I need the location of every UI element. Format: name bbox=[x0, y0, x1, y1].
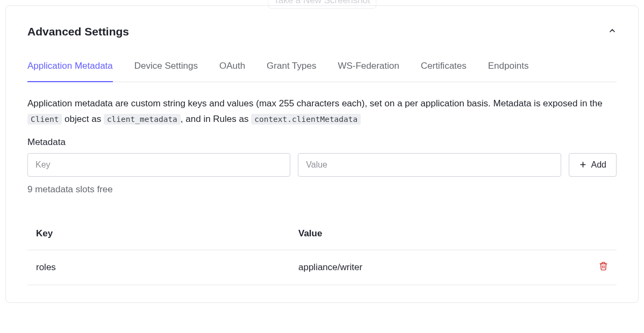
desc-code-context: context.clientMetadata bbox=[251, 114, 361, 125]
tab-oauth[interactable]: OAuth bbox=[219, 61, 245, 82]
panel-title: Advanced Settings bbox=[27, 25, 129, 38]
tab-ws-federation[interactable]: WS-Federation bbox=[338, 61, 399, 82]
add-button[interactable]: Add bbox=[569, 153, 617, 177]
tab-endpoints[interactable]: Endpoints bbox=[488, 61, 529, 82]
tabs: Application Metadata Device Settings OAu… bbox=[27, 61, 617, 82]
input-row: Add bbox=[27, 153, 617, 177]
table-header: Key Value bbox=[27, 218, 617, 250]
value-input[interactable] bbox=[298, 153, 561, 177]
table-row: roles appliance/writer bbox=[27, 250, 617, 285]
tab-grant-types[interactable]: Grant Types bbox=[267, 61, 316, 82]
slots-free-hint: 9 metadata slots free bbox=[27, 184, 617, 195]
header-value: Value bbox=[298, 228, 586, 239]
trash-icon[interactable] bbox=[599, 261, 608, 271]
metadata-label: Metadata bbox=[27, 137, 617, 148]
desc-text: object as bbox=[62, 114, 104, 124]
key-input[interactable] bbox=[27, 153, 290, 177]
tab-application-metadata[interactable]: Application Metadata bbox=[27, 61, 113, 82]
desc-text: Application metadata are custom string k… bbox=[27, 98, 603, 108]
row-key: roles bbox=[36, 262, 298, 273]
add-button-label: Add bbox=[591, 160, 606, 170]
row-action bbox=[586, 261, 608, 274]
desc-text: , and in Rules as bbox=[181, 114, 251, 124]
tab-certificates[interactable]: Certificates bbox=[421, 61, 467, 82]
advanced-settings-panel: Advanced Settings Application Metadata D… bbox=[5, 5, 639, 303]
desc-code-client: Client bbox=[27, 114, 62, 125]
collapse-toggle[interactable] bbox=[608, 26, 617, 37]
description: Application metadata are custom string k… bbox=[27, 96, 617, 127]
header-key: Key bbox=[36, 228, 298, 239]
tab-device-settings[interactable]: Device Settings bbox=[134, 61, 198, 82]
desc-code-client-metadata: client_metadata bbox=[104, 114, 181, 125]
panel-header: Advanced Settings bbox=[27, 25, 617, 38]
metadata-table: Key Value roles appliance/writer bbox=[27, 218, 617, 285]
plus-icon bbox=[579, 161, 587, 169]
row-value: appliance/writer bbox=[298, 262, 586, 273]
chevron-up-icon bbox=[608, 26, 617, 35]
